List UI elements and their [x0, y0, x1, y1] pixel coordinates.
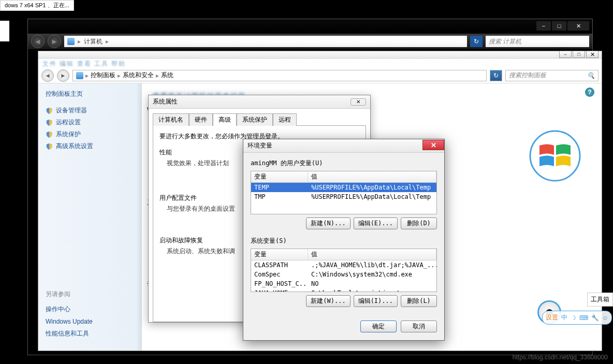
var-value: %USERPROFILE%\AppData\Local\Temp	[308, 183, 436, 192]
tab-hardware[interactable]: 硬件	[189, 113, 213, 126]
search-input[interactable]: 搜索 计算机	[486, 36, 589, 47]
ime-indicator[interactable]: 中	[561, 313, 567, 322]
breadcrumb-item[interactable]: 控制面板	[91, 71, 115, 80]
tab-advanced[interactable]: 高级	[213, 113, 237, 126]
var-value: NO	[308, 280, 436, 288]
back-button[interactable]: ◄	[41, 69, 54, 82]
table-row[interactable]: TEMP%USERPROFILE%\AppData\Local\Temp	[251, 183, 436, 192]
toolbox-tab[interactable]: 工具箱	[587, 293, 613, 307]
sidebar-item-protection[interactable]: 系统保护	[46, 128, 134, 140]
close-button[interactable]: ✕	[351, 98, 366, 106]
cp-titlebar[interactable]: − □ ✕	[38, 51, 602, 59]
forward-button[interactable]: ►	[48, 35, 61, 48]
maximize-button[interactable]: □	[573, 51, 585, 58]
close-button[interactable]: ✕	[586, 51, 599, 58]
minimize-button[interactable]: −	[559, 51, 572, 58]
breadcrumb-item[interactable]: 系统	[161, 71, 173, 80]
chevron-right-icon: ▸	[78, 38, 81, 45]
var-value: %USERPROFILE%\AppData\Local\Temp	[308, 193, 436, 201]
keyboard-icon[interactable]: ⌨	[579, 314, 588, 322]
close-button[interactable]: ✕	[422, 140, 444, 150]
wrench-icon[interactable]: 🔧	[591, 314, 599, 322]
shield-icon	[46, 107, 53, 114]
shield-icon	[46, 119, 53, 126]
refresh-button[interactable]: ↻	[470, 36, 483, 47]
breadcrumb-item[interactable]: 计算机	[84, 37, 103, 46]
desktop-icon-fragment	[0, 21, 9, 41]
refresh-button[interactable]: ↻	[490, 70, 502, 81]
shield-icon	[46, 131, 53, 138]
new-sys-var-button[interactable]: 新建(W)...	[306, 295, 350, 307]
var-name: TMP	[251, 193, 308, 201]
table-row[interactable]: ComSpecC:\Windows\system32\cmd.exe	[251, 270, 436, 279]
chevron-right-icon: ▸	[106, 38, 109, 45]
seealso-performance[interactable]: 性能信息和工具	[46, 327, 93, 340]
minimize-button[interactable]: −	[536, 21, 551, 31]
dialog-title: 系统属性	[153, 97, 178, 106]
sidebar-item-advanced[interactable]: 高级系统设置	[46, 140, 134, 152]
ok-button[interactable]: 确定	[360, 321, 397, 332]
maximize-button[interactable]: □	[552, 21, 566, 31]
col-var[interactable]: 变量	[251, 249, 308, 260]
search-placeholder: 搜索控制面板	[509, 71, 546, 80]
explorer-titlebar[interactable]: − □ ✕	[28, 19, 592, 34]
forward-button[interactable]: ►	[57, 69, 69, 82]
cancel-button[interactable]: 取消	[401, 321, 437, 332]
sysprops-tabs: 计算机名 硬件 高级 系统保护 远程	[149, 109, 370, 125]
explorer-nav: ◄ ► ▸ 计算机 ▸ ↻ 搜索 计算机	[28, 34, 592, 49]
computer-icon	[67, 38, 75, 45]
cp-nav: ◄ ► ▸ 控制面板 ▸ 系统和安全 ▸ 系统 ↻ 搜索控制面板 🔍	[38, 68, 602, 83]
shield-icon	[46, 143, 53, 150]
svg-point-0	[530, 131, 580, 181]
chevron-right-icon: ▸	[156, 72, 159, 79]
delete-user-var-button[interactable]: 删除(D)	[401, 217, 437, 229]
var-value: C:\hackTools\envir\java\	[308, 289, 436, 292]
new-user-var-button[interactable]: 新建(N)...	[306, 217, 350, 229]
col-val[interactable]: 值	[308, 249, 436, 260]
user-vars-label: amingMM 的用户变量(U)	[251, 159, 437, 168]
var-name: TEMP	[251, 183, 308, 192]
seealso-action-center[interactable]: 操作中心	[46, 303, 93, 316]
edit-sys-var-button[interactable]: 编辑(I)...	[354, 295, 398, 307]
cp-address-bar[interactable]: ▸ 控制面板 ▸ 系统和安全 ▸ 系统	[72, 70, 487, 81]
user-vars-table[interactable]: 变量 值 TEMP%USERPROFILE%\AppData\Local\Tem…	[251, 171, 437, 214]
chevron-right-icon: ▸	[85, 72, 89, 79]
smile-icon[interactable]: ☺	[602, 314, 608, 322]
var-value: .;%JAVA_HOME%\lib\dt.jar;%JAVA_...	[308, 261, 436, 269]
env-var-dialog: 环境变量 ✕ amingMM 的用户变量(U) 变量 值 TEMP%USERPR…	[243, 139, 445, 341]
edit-user-var-button[interactable]: 编辑(E)...	[354, 217, 398, 229]
chevron-right-icon: ▸	[118, 72, 121, 79]
tab-remote[interactable]: 远程	[273, 113, 297, 126]
ime-tray[interactable]: 设置 中 ☽ ⌨ 🔧 ☺	[542, 311, 612, 325]
cp-sidebar: 控制面板主页 设备管理器 远程设置 系统保护 高级系统设置 另请参阅 操作中心 …	[38, 83, 142, 351]
seealso-windows-update[interactable]: Windows Update	[46, 316, 93, 327]
moon-icon[interactable]: ☽	[571, 314, 576, 322]
address-bar[interactable]: ▸ 计算机 ▸	[64, 36, 467, 47]
cp-search-input[interactable]: 搜索控制面板 🔍	[505, 70, 599, 81]
sysprops-titlebar[interactable]: 系统属性 ✕	[149, 95, 370, 109]
tab-protection[interactable]: 系统保护	[237, 113, 273, 126]
dialog-title: 环境变量	[247, 141, 272, 150]
computer-icon	[76, 72, 83, 79]
envvar-titlebar[interactable]: 环境变量 ✕	[243, 139, 444, 153]
col-val[interactable]: 值	[308, 171, 436, 182]
delete-sys-var-button[interactable]: 删除(L)	[401, 295, 437, 307]
taskbar-tab[interactable]: dows 7 x64 SP1 、正在...	[0, 0, 74, 11]
var-name: FP_NO_HOST_C...	[251, 280, 308, 288]
sys-vars-table[interactable]: 变量 值 CLASSPATH.;%JAVA_HOME%\lib\dt.jar;%…	[251, 249, 437, 292]
sidebar-item-device-manager[interactable]: 设备管理器	[46, 105, 134, 117]
table-row[interactable]: TMP%USERPROFILE%\AppData\Local\Temp	[251, 192, 436, 201]
table-row[interactable]: JAVA_HOMEC:\hackTools\envir\java\	[251, 288, 436, 292]
tab-computer-name[interactable]: 计算机名	[153, 113, 189, 126]
back-button[interactable]: ◄	[31, 35, 45, 48]
settings-label[interactable]: 设置	[546, 313, 558, 322]
table-row[interactable]: FP_NO_HOST_C...NO	[251, 279, 436, 288]
var-name: ComSpec	[251, 270, 308, 279]
sidebar-item-remote[interactable]: 远程设置	[46, 117, 134, 128]
breadcrumb-item[interactable]: 系统和安全	[123, 71, 154, 80]
cp-sidebar-home[interactable]: 控制面板主页	[46, 90, 134, 98]
col-var[interactable]: 变量	[251, 171, 308, 182]
close-button[interactable]: ✕	[567, 21, 589, 31]
sidebar-item-label: 设备管理器	[56, 106, 87, 115]
table-row[interactable]: CLASSPATH.;%JAVA_HOME%\lib\dt.jar;%JAVA_…	[251, 260, 436, 270]
